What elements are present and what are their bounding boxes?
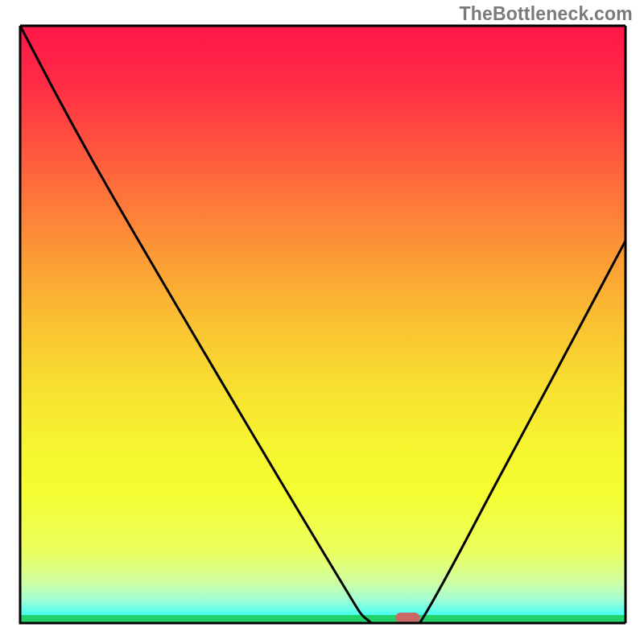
bottleneck-chart: [0, 0, 644, 644]
chart-container: { "watermark": "TheBottleneck.com", "cha…: [0, 0, 644, 644]
plot-background: [20, 26, 625, 623]
optimal-marker: [395, 613, 419, 623]
